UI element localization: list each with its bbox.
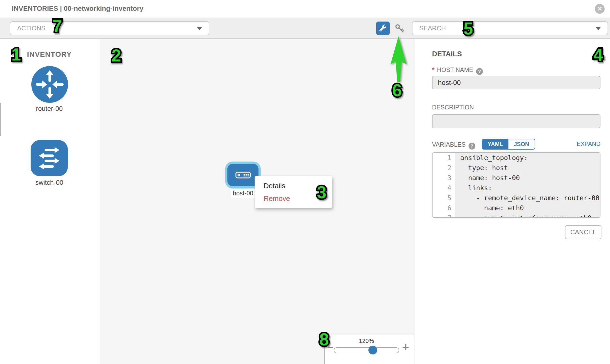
- line-number: 1: [432, 153, 455, 163]
- zoom-out-button[interactable]: −: [327, 342, 334, 353]
- code-line: links:: [456, 183, 600, 193]
- help-icon[interactable]: ?: [468, 143, 475, 150]
- details-title: DETAILS: [432, 50, 600, 58]
- chevron-down-icon: [197, 27, 202, 30]
- host-name-label-row: *HOST NAME?: [432, 66, 600, 75]
- variables-row: VARIABLES? YAML JSON EXPAND: [432, 141, 600, 152]
- context-menu-item-remove[interactable]: Remove: [255, 192, 332, 205]
- code-line: - remote_device_name: router-00: [456, 193, 600, 203]
- code-line: name: eth0: [456, 203, 600, 213]
- line-number: 6: [432, 203, 455, 213]
- required-asterisk: *: [432, 66, 434, 73]
- host-node-label: host-00: [231, 189, 255, 198]
- zoom-control: 120% − +: [324, 335, 415, 364]
- inventory-sidebar: INVENTORY router-00: [0, 39, 99, 364]
- variables-label: VARIABLES: [432, 141, 466, 148]
- header: INVENTORIES | 00-networking-inventory ✕: [0, 0, 610, 17]
- configure-tools-button[interactable]: [376, 22, 390, 35]
- code-line: name: host-00: [456, 173, 600, 183]
- close-icon[interactable]: ✕: [595, 4, 605, 14]
- key-icon[interactable]: [394, 23, 405, 34]
- tab-json[interactable]: JSON: [508, 139, 535, 149]
- context-menu: Details Remove: [255, 176, 332, 208]
- topology-canvas[interactable]: host-00 Details Remove 120% − +: [100, 39, 415, 364]
- host-icon: [235, 170, 251, 180]
- search-dropdown-label: SEARCH: [419, 22, 446, 35]
- tab-yaml[interactable]: YAML: [482, 139, 508, 149]
- line-number: 3: [432, 173, 455, 183]
- key-icon-glyph: [394, 23, 405, 34]
- details-panel: DETAILS *HOST NAME? DESCRIPTION VARIABLE…: [415, 39, 610, 364]
- sidebar-title: INVENTORY: [0, 50, 99, 59]
- zoom-in-button[interactable]: +: [402, 341, 409, 353]
- palette-item-router[interactable]: [31, 66, 68, 104]
- inventory-topology-page: INVENTORIES | 00-networking-inventory ✕ …: [0, 0, 610, 364]
- zoom-slider-track[interactable]: [334, 347, 399, 353]
- actions-dropdown[interactable]: ACTIONS: [10, 21, 209, 35]
- line-number: 7: [432, 213, 455, 218]
- code-line: remote_interface_name: eth0: [456, 213, 600, 218]
- toolbar: ACTIONS SEARCH: [0, 18, 610, 39]
- code-line: type: host: [456, 163, 600, 173]
- palette-item-switch-label: switch-00: [0, 179, 99, 186]
- line-number: 2: [432, 163, 455, 173]
- variables-format-toggle: YAML JSON: [482, 139, 535, 150]
- router-icon: [31, 66, 68, 103]
- variables-editor[interactable]: 1 2 3 4 5 6 7 ansible_topology: type: ho…: [432, 152, 600, 218]
- zoom-slider-handle[interactable]: [368, 346, 377, 354]
- line-number: 4: [432, 183, 455, 193]
- switch-icon: [31, 140, 68, 176]
- host-node-body: [227, 164, 259, 186]
- actions-dropdown-label: ACTIONS: [17, 22, 46, 35]
- wrench-icon: [379, 25, 387, 32]
- line-number: 5: [432, 193, 455, 203]
- host-name-label: HOST NAME: [437, 66, 473, 73]
- palette-item-router-label: router-00: [0, 105, 99, 113]
- description-input[interactable]: [432, 114, 600, 128]
- expand-link[interactable]: EXPAND: [577, 141, 600, 147]
- host-name-input[interactable]: [432, 76, 600, 89]
- editor-gutter: 1 2 3 4 5 6 7: [432, 153, 455, 217]
- zoom-level: 120%: [325, 338, 408, 344]
- cancel-button[interactable]: CANCEL: [565, 225, 601, 239]
- help-icon[interactable]: ?: [476, 68, 483, 75]
- page-title: INVENTORIES | 00-networking-inventory: [12, 0, 143, 17]
- chevron-down-icon: [596, 27, 601, 30]
- palette-item-switch[interactable]: [31, 140, 68, 177]
- editor-code[interactable]: ansible_topology: type: host name: host-…: [456, 153, 600, 218]
- code-line: ansible_topology:: [456, 153, 600, 163]
- close-glyph: ✕: [597, 5, 602, 12]
- context-menu-item-details[interactable]: Details: [255, 180, 332, 192]
- description-label: DESCRIPTION: [432, 104, 600, 111]
- search-dropdown[interactable]: SEARCH: [412, 21, 608, 35]
